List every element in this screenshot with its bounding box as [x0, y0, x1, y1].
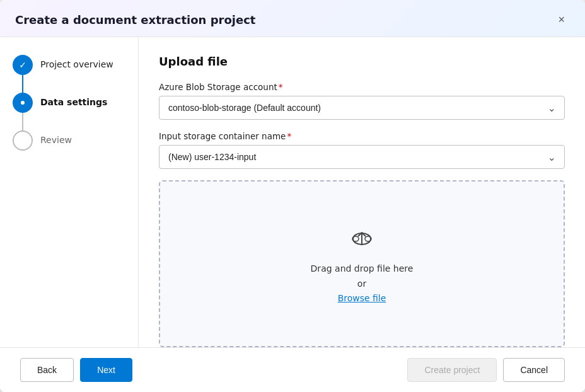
- dialog-body: ✓ Project overview Data settings: [0, 37, 585, 347]
- azure-blob-select[interactable]: contoso-blob-storage (Default account): [159, 96, 565, 120]
- storage-container-label: Input storage container name*: [159, 131, 565, 141]
- step-line-wrapper-1: ✓: [13, 55, 33, 93]
- svg-point-0: [21, 101, 25, 105]
- step-row-review: Review: [13, 130, 125, 163]
- cancel-button[interactable]: Cancel: [503, 358, 565, 382]
- step-row-data-settings: Data settings: [13, 93, 125, 130]
- step-circle-project-overview: ✓: [13, 55, 33, 75]
- dialog: Create a document extraction project × ✓…: [0, 0, 585, 392]
- browse-file-link[interactable]: Browse file: [338, 293, 386, 303]
- section-title: Upload file: [159, 55, 565, 68]
- azure-blob-label: Azure Blob Storage account*: [159, 82, 565, 92]
- step-row-project-overview: ✓ Project overview: [13, 55, 125, 93]
- main-content: Upload file Azure Blob Storage account* …: [139, 37, 585, 347]
- next-button[interactable]: Next: [80, 358, 132, 382]
- file-dropzone[interactable]: Drag and drop file here or Browse file: [159, 180, 565, 347]
- step-label-project-overview: Project overview: [40, 55, 113, 70]
- upload-icon: [347, 221, 377, 254]
- step-label-review: Review: [40, 130, 72, 146]
- footer-left: Back Next: [20, 358, 132, 382]
- step-circle-review: [13, 130, 33, 151]
- create-project-button[interactable]: Create project: [407, 358, 497, 382]
- close-button[interactable]: ×: [553, 11, 570, 28]
- step-line-wrapper-2: [13, 93, 33, 130]
- sidebar: ✓ Project overview Data settings: [0, 37, 139, 347]
- connector-2: [22, 113, 23, 130]
- connector-1: [22, 75, 23, 93]
- step-label-data-settings: Data settings: [40, 93, 107, 108]
- back-button[interactable]: Back: [20, 358, 74, 382]
- dropzone-text: Drag and drop file here or Browse file: [311, 262, 414, 306]
- step-line-wrapper-3: [13, 130, 33, 151]
- storage-container-select[interactable]: (New) user-1234-input: [159, 145, 565, 169]
- step-circle-data-settings: [13, 93, 33, 113]
- footer-right: Create project Cancel: [407, 358, 565, 382]
- storage-container-select-wrapper: (New) user-1234-input ⌄: [159, 145, 565, 169]
- dialog-footer: Back Next Create project Cancel: [0, 347, 585, 392]
- azure-blob-select-wrapper: contoso-blob-storage (Default account) ⌄: [159, 96, 565, 120]
- dialog-header: Create a document extraction project ×: [0, 0, 585, 37]
- dialog-title: Create a document extraction project: [15, 13, 255, 26]
